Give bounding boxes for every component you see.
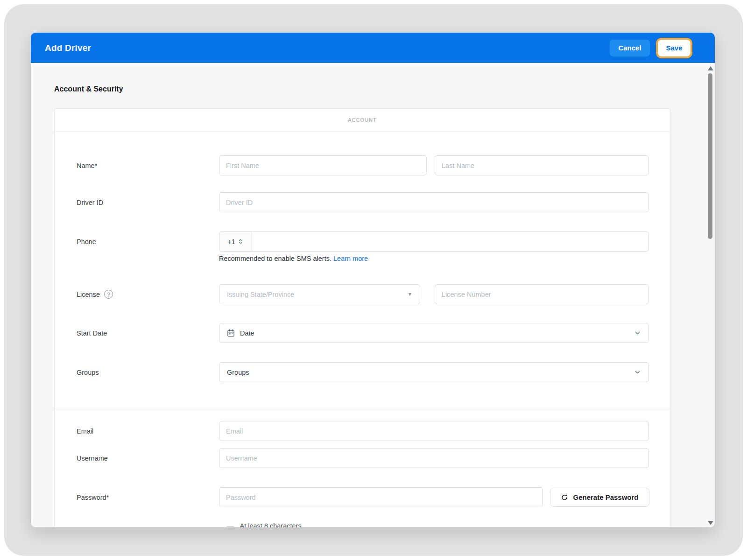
groups-select[interactable]: Groups (219, 362, 649, 382)
chevron-down-icon (634, 369, 641, 376)
up-down-spinner-icon (238, 238, 244, 245)
page-title: Account & Security (54, 85, 123, 93)
modal-header: Add Driver Cancel Save (31, 33, 715, 63)
learn-more-link[interactable]: Learn more (333, 255, 368, 262)
groups-value: Groups (227, 369, 249, 376)
email-field[interactable] (219, 421, 649, 441)
cancel-button[interactable]: Cancel (610, 40, 650, 56)
help-icon[interactable]: ? (104, 290, 113, 299)
save-button[interactable]: Save (659, 41, 690, 56)
first-name-input[interactable] (219, 155, 427, 175)
modal-title: Add Driver (45, 43, 91, 53)
header-shadow (31, 63, 715, 68)
scrollbar-thumb[interactable] (708, 73, 712, 239)
start-date-select[interactable]: Date (219, 323, 649, 343)
country-code-selector[interactable]: +1 (219, 231, 252, 252)
issuing-state-select[interactable]: Issuing State/Province ▼ (219, 284, 420, 304)
header-actions: Cancel Save (610, 38, 692, 58)
license-label-text: License (77, 291, 100, 298)
username-label: Username (77, 448, 184, 468)
country-code-value: +1 (227, 238, 235, 245)
triangle-down-icon: ▼ (408, 292, 412, 297)
scroll-down-arrow-icon[interactable] (708, 521, 713, 525)
account-card: ACCOUNT Name* Driver ID Phone +1 Recomme… (54, 108, 670, 527)
password-label: Password* (77, 487, 184, 507)
phone-helper-message: Recommended to enable SMS alerts. (219, 255, 331, 262)
issuing-state-placeholder: Issuing State/Province (227, 291, 294, 298)
username-field[interactable] (219, 448, 649, 468)
calendar-icon (227, 329, 235, 337)
password-requirement-text: At least 8 characters (240, 522, 302, 527)
name-label: Name* (77, 155, 184, 175)
email-label: Email (77, 421, 184, 441)
generate-password-label: Generate Password (573, 493, 638, 501)
last-name-input[interactable] (435, 155, 649, 175)
scroll-up-arrow-icon[interactable] (708, 66, 713, 70)
password-requirement: — At least 8 characters (227, 522, 302, 527)
save-highlight-ring: Save (656, 38, 692, 58)
vertical-scrollbar (707, 33, 713, 527)
generate-password-button[interactable]: Generate Password (550, 488, 649, 507)
password-field[interactable] (219, 487, 543, 507)
chevron-down-icon (634, 329, 641, 336)
dash-bullet: — (227, 522, 234, 527)
license-number-input[interactable] (435, 284, 649, 304)
card-section-divider (55, 409, 670, 409)
start-date-label: Start Date (77, 323, 184, 343)
screenshot-canvas: Add Driver Cancel Save Account & Securit… (0, 0, 747, 560)
refresh-icon (561, 494, 568, 501)
add-driver-modal: Add Driver Cancel Save Account & Securit… (31, 33, 715, 527)
license-label: License ? (77, 284, 184, 304)
card-group-label: ACCOUNT (55, 109, 670, 132)
groups-label: Groups (77, 362, 184, 382)
driver-id-input[interactable] (219, 192, 649, 212)
driver-id-label: Driver ID (77, 192, 184, 212)
start-date-value: Date (240, 329, 254, 337)
phone-helper-text: Recommended to enable SMS alerts. Learn … (219, 255, 368, 262)
phone-input[interactable] (252, 231, 649, 252)
phone-label: Phone (77, 231, 184, 252)
